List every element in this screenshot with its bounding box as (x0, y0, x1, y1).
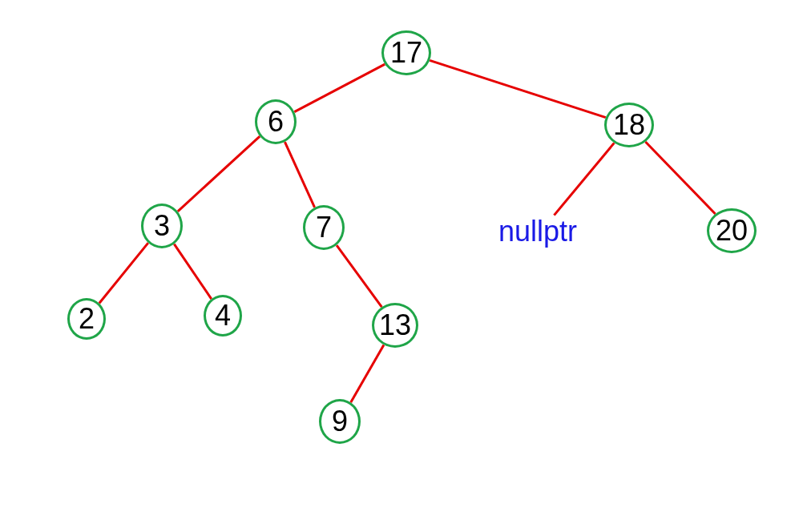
node-label: 7 (316, 211, 332, 244)
node-label: 2 (79, 302, 95, 336)
edge-n3-n2 (99, 243, 148, 303)
edge-n7-n13 (337, 245, 381, 307)
node-label: 4 (215, 299, 231, 332)
edge-n3-n4 (174, 244, 211, 299)
edge-n18-n20 (645, 142, 715, 214)
node-9: 9 (319, 399, 361, 444)
node-label: 3 (154, 209, 170, 243)
nullptr-text: nullptr (498, 215, 577, 248)
node-label: 18 (613, 108, 645, 142)
node-label: 17 (390, 36, 422, 70)
edge-n18-nullptr (554, 143, 614, 215)
node-label: 9 (332, 405, 348, 438)
edge-n17-n6 (294, 64, 385, 112)
node-label: 20 (716, 214, 748, 248)
nullptr-label: nullptr (498, 215, 577, 248)
edge-n17-n18 (430, 60, 606, 117)
node-label: 13 (379, 308, 411, 342)
node-6: 6 (255, 99, 297, 144)
node-13: 13 (372, 303, 418, 348)
node-label: 6 (268, 105, 284, 139)
node-2: 2 (67, 298, 106, 340)
edge-n6-n7 (284, 142, 314, 208)
edge-n13-n9 (351, 345, 384, 402)
tree-edges (0, 0, 803, 532)
node-17: 17 (381, 30, 431, 75)
node-20: 20 (707, 208, 757, 253)
edge-n6-n3 (178, 136, 260, 212)
node-4: 4 (204, 295, 242, 337)
node-18: 18 (604, 103, 654, 147)
node-7: 7 (303, 205, 345, 250)
node-3: 3 (141, 204, 183, 248)
